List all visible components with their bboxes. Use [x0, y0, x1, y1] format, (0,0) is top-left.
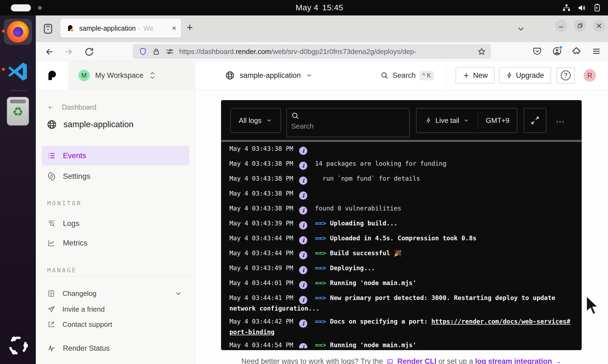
- log-timestamp: May 4 03:44:41 PM: [229, 294, 293, 301]
- back-button[interactable]: [44, 47, 55, 58]
- tab-separator: ·: [138, 24, 140, 32]
- dock-item-trash[interactable]: ♻: [7, 97, 29, 126]
- sidebar-item-label: Invite a friend: [62, 305, 105, 314]
- service-selector[interactable]: sample-application: [225, 71, 313, 80]
- header-divider: [447, 61, 447, 90]
- sidebar-section-monitor: MONITOR: [47, 200, 82, 207]
- app-body: Dashboard sample-application Events: [36, 90, 608, 364]
- sidebar-item-logs[interactable]: Logs: [42, 214, 189, 233]
- url-bar[interactable]: https://dashboard.render.com/web/srv-d0b…: [133, 44, 491, 59]
- log-filter-dropdown[interactable]: All logs: [230, 108, 281, 133]
- close-button[interactable]: [593, 20, 605, 32]
- external-link-icon: [47, 320, 55, 328]
- window-controls: [555, 20, 605, 32]
- system-clock[interactable]: May 415:45: [296, 3, 347, 12]
- render-cli-link[interactable]: Render CLI: [397, 357, 436, 364]
- sidebar-item-render-status[interactable]: Render Status: [42, 339, 189, 358]
- chevron-down-icon: [266, 117, 272, 124]
- firefox-view-icon[interactable]: [42, 23, 54, 36]
- info-icon: i: [299, 162, 307, 170]
- info-icon: i: [299, 236, 307, 244]
- expand-logs-button[interactable]: [524, 108, 546, 133]
- workspace-selector[interactable]: M My Workspace: [69, 61, 195, 90]
- url-text: https://dashboard.render.com/web/srv-d0b…: [179, 47, 477, 56]
- maximize-button[interactable]: [574, 20, 586, 32]
- workspace-indicator-dot[interactable]: [38, 6, 42, 10]
- pocket-icon[interactable]: [533, 47, 542, 56]
- system-time: 15:45: [322, 3, 343, 12]
- new-button[interactable]: New: [456, 67, 495, 84]
- sidebar-item-contact-support[interactable]: Contact support: [42, 315, 189, 334]
- reload-button[interactable]: [84, 47, 94, 58]
- ubuntu-logo-icon: [5, 333, 31, 359]
- sidebar: Dashboard sample-application Events: [36, 90, 195, 364]
- log-arrow: ==>: [315, 250, 330, 257]
- account-icon[interactable]: [552, 46, 562, 56]
- screen: May 415:45 ♻: [0, 0, 608, 364]
- changelog-icon: [47, 289, 55, 298]
- log-stream-integration-link[interactable]: log stream integration →: [475, 357, 561, 364]
- more-options-button[interactable]: …: [555, 114, 565, 124]
- expand-icon: [530, 116, 540, 125]
- ubuntu-activities-button[interactable]: [5, 333, 31, 360]
- log-search-input[interactable]: Search: [286, 108, 410, 137]
- lock-icon[interactable]: [152, 47, 160, 56]
- list-all-tabs-chevron-icon[interactable]: [516, 25, 526, 34]
- sidebar-service-title[interactable]: sample-application: [47, 119, 133, 130]
- log-message: Uploading build...: [330, 220, 398, 227]
- logs-search-icon: [47, 219, 56, 228]
- upgrade-button[interactable]: Upgrade: [499, 67, 551, 84]
- global-search-button[interactable]: Search ^ K: [380, 71, 434, 80]
- permissions-icon[interactable]: [165, 47, 174, 56]
- info-icon: i: [299, 177, 307, 185]
- log-timestamp: May 4 03:43:44 PM: [229, 250, 293, 257]
- log-row: May 4 03:44:01 PMi==> Running 'node main…: [229, 279, 574, 289]
- chevron-updown-icon: [149, 71, 156, 80]
- bookmark-star-icon[interactable]: [477, 47, 486, 56]
- log-message: Running 'node main.mjs': [330, 341, 417, 348]
- live-tail-control[interactable]: Live tail GMT+9: [416, 108, 517, 133]
- header-main: sample-application Search ^ K: [195, 61, 608, 90]
- volume-icon: [577, 3, 586, 12]
- log-timestamp: May 4 03:43:44 PM: [229, 235, 293, 242]
- forward-button[interactable]: [63, 47, 74, 58]
- log-toolbar: All logs Search: [221, 100, 581, 140]
- sidebar-item-events[interactable]: Events: [42, 146, 189, 165]
- help-button[interactable]: ?: [556, 67, 575, 84]
- sidebar-item-settings[interactable]: Settings: [42, 167, 189, 186]
- chevron-down-icon: [463, 117, 469, 123]
- log-row: May 4 03:43:38 PMifound 0 vulnerabilitie…: [229, 204, 574, 215]
- info-icon: i: [299, 191, 307, 200]
- service-name: sample-application: [240, 71, 301, 80]
- user-avatar[interactable]: R: [584, 69, 596, 82]
- minimize-button[interactable]: [555, 20, 567, 32]
- new-tab-button[interactable]: +: [187, 21, 193, 34]
- live-tail-button[interactable]: Live tail: [417, 116, 478, 125]
- system-tray[interactable]: [562, 3, 602, 12]
- account-notification-dot: [559, 45, 563, 50]
- sidebar-item-metrics[interactable]: Metrics: [42, 233, 189, 253]
- shield-icon[interactable]: [139, 47, 147, 56]
- sidebar-item-label: Metrics: [63, 239, 87, 247]
- menu-hamburger-icon[interactable]: [592, 47, 601, 56]
- search-shortcut: ^ K: [420, 71, 434, 80]
- vscode-running-dot: [2, 68, 5, 71]
- link-label: log stream integration: [475, 357, 552, 364]
- tab-close-button[interactable]: ×: [172, 25, 176, 32]
- timezone-button[interactable]: GMT+9: [478, 116, 517, 125]
- sidebar-section-manage: MANAGE: [47, 267, 77, 274]
- render-logo[interactable]: [36, 61, 69, 90]
- log-message: Uploaded in 4.5s. Compression took 0.8s: [330, 235, 476, 242]
- extensions-puzzle-icon[interactable]: [572, 47, 581, 56]
- log-timestamp: May 4 03:44:54 PM: [229, 341, 293, 348]
- vscode-icon: [6, 60, 30, 84]
- sidebar-item-label: Settings: [63, 172, 90, 181]
- browser-tab[interactable]: sample-application · We ×: [60, 19, 181, 38]
- sidebar-back-dashboard[interactable]: Dashboard: [47, 103, 96, 111]
- log-scrollbar[interactable]: [221, 140, 581, 142]
- search-placeholder: Search: [291, 122, 405, 130]
- dock-item-vscode[interactable]: [6, 60, 30, 85]
- dock-item-firefox[interactable]: [4, 19, 32, 45]
- metrics-chart-icon: [47, 239, 56, 247]
- workspace-indicator-pill[interactable]: [11, 4, 31, 11]
